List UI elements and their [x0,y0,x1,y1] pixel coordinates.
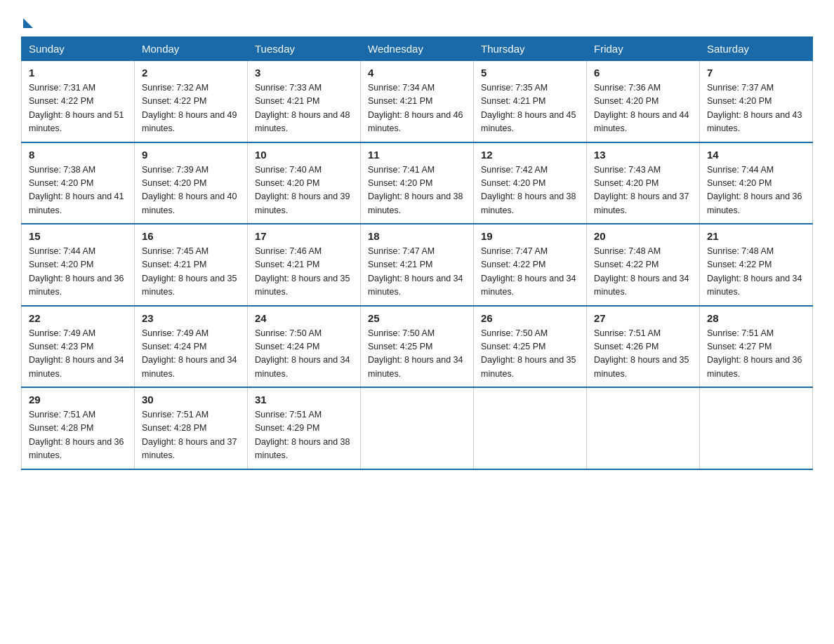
day-number: 13 [594,149,692,161]
calendar-cell: 1Sunrise: 7:31 AMSunset: 4:22 PMDaylight… [22,61,135,142]
day-info: Sunrise: 7:32 AMSunset: 4:22 PMDaylight:… [142,81,240,136]
calendar-cell: 16Sunrise: 7:45 AMSunset: 4:21 PMDayligh… [135,224,248,306]
calendar-cell: 10Sunrise: 7:40 AMSunset: 4:20 PMDayligh… [248,142,361,224]
day-number: 11 [368,149,466,161]
calendar-cell: 7Sunrise: 7:37 AMSunset: 4:20 PMDaylight… [700,61,813,142]
day-number: 6 [594,67,692,79]
day-number: 3 [255,67,353,79]
day-info: Sunrise: 7:43 AMSunset: 4:20 PMDaylight:… [594,163,692,218]
calendar-cell: 17Sunrise: 7:46 AMSunset: 4:21 PMDayligh… [248,224,361,306]
day-info: Sunrise: 7:47 AMSunset: 4:22 PMDaylight:… [481,245,579,300]
day-number: 28 [707,312,805,324]
day-number: 18 [368,230,466,242]
day-number: 31 [255,394,353,405]
day-number: 15 [29,230,127,242]
calendar-cell: 11Sunrise: 7:41 AMSunset: 4:20 PMDayligh… [361,142,474,224]
calendar-cell: 19Sunrise: 7:47 AMSunset: 4:22 PMDayligh… [474,224,587,306]
day-info: Sunrise: 7:51 AMSunset: 4:27 PMDaylight:… [707,327,805,382]
day-number: 17 [255,230,353,242]
day-number: 26 [481,312,579,324]
day-info: Sunrise: 7:44 AMSunset: 4:20 PMDaylight:… [707,163,805,218]
calendar-cell: 13Sunrise: 7:43 AMSunset: 4:20 PMDayligh… [587,142,700,224]
calendar-table: SundayMondayTuesdayWednesdayThursdayFrid… [21,36,813,470]
calendar-cell: 22Sunrise: 7:49 AMSunset: 4:23 PMDayligh… [22,306,135,388]
day-number: 9 [142,149,240,161]
calendar-cell: 25Sunrise: 7:50 AMSunset: 4:25 PMDayligh… [361,306,474,388]
day-info: Sunrise: 7:49 AMSunset: 4:24 PMDaylight:… [142,327,240,382]
day-info: Sunrise: 7:46 AMSunset: 4:21 PMDaylight:… [255,245,353,300]
calendar-cell: 6Sunrise: 7:36 AMSunset: 4:20 PMDaylight… [587,61,700,142]
calendar-cell: 31Sunrise: 7:51 AMSunset: 4:29 PMDayligh… [248,387,361,469]
column-header-tuesday: Tuesday [248,37,361,61]
column-header-monday: Monday [135,37,248,61]
day-number: 24 [255,312,353,324]
calendar-cell: 27Sunrise: 7:51 AMSunset: 4:26 PMDayligh… [587,306,700,388]
day-info: Sunrise: 7:33 AMSunset: 4:21 PMDaylight:… [255,81,353,136]
day-info: Sunrise: 7:44 AMSunset: 4:20 PMDaylight:… [29,245,127,300]
day-number: 8 [29,149,127,161]
calendar-cell: 12Sunrise: 7:42 AMSunset: 4:20 PMDayligh… [474,142,587,224]
day-info: Sunrise: 7:50 AMSunset: 4:25 PMDaylight:… [368,327,466,382]
calendar-week-row: 22Sunrise: 7:49 AMSunset: 4:23 PMDayligh… [22,306,813,388]
day-info: Sunrise: 7:51 AMSunset: 4:26 PMDaylight:… [594,327,692,382]
day-info: Sunrise: 7:34 AMSunset: 4:21 PMDaylight:… [368,81,466,136]
calendar-cell: 18Sunrise: 7:47 AMSunset: 4:21 PMDayligh… [361,224,474,306]
day-number: 20 [594,230,692,242]
calendar-cell [700,387,813,469]
calendar-cell: 8Sunrise: 7:38 AMSunset: 4:20 PMDaylight… [22,142,135,224]
calendar-cell: 26Sunrise: 7:50 AMSunset: 4:25 PMDayligh… [474,306,587,388]
calendar-cell: 30Sunrise: 7:51 AMSunset: 4:28 PMDayligh… [135,387,248,469]
calendar-cell: 15Sunrise: 7:44 AMSunset: 4:20 PMDayligh… [22,224,135,306]
day-number: 2 [142,67,240,79]
day-number: 4 [368,67,466,79]
day-info: Sunrise: 7:31 AMSunset: 4:22 PMDaylight:… [29,81,127,136]
calendar-week-row: 8Sunrise: 7:38 AMSunset: 4:20 PMDaylight… [22,142,813,224]
day-info: Sunrise: 7:48 AMSunset: 4:22 PMDaylight:… [707,245,805,300]
calendar-cell: 14Sunrise: 7:44 AMSunset: 4:20 PMDayligh… [700,142,813,224]
day-number: 5 [481,67,579,79]
day-number: 30 [142,394,240,405]
day-info: Sunrise: 7:49 AMSunset: 4:23 PMDaylight:… [29,327,127,382]
day-number: 21 [707,230,805,242]
calendar-cell [361,387,474,469]
column-header-sunday: Sunday [22,37,135,61]
day-info: Sunrise: 7:42 AMSunset: 4:20 PMDaylight:… [481,163,579,218]
column-header-thursday: Thursday [474,37,587,61]
day-info: Sunrise: 7:45 AMSunset: 4:21 PMDaylight:… [142,245,240,300]
day-info: Sunrise: 7:39 AMSunset: 4:20 PMDaylight:… [142,163,240,218]
day-info: Sunrise: 7:35 AMSunset: 4:21 PMDaylight:… [481,81,579,136]
day-number: 23 [142,312,240,324]
calendar-cell: 4Sunrise: 7:34 AMSunset: 4:21 PMDaylight… [361,61,474,142]
calendar-cell: 21Sunrise: 7:48 AMSunset: 4:22 PMDayligh… [700,224,813,306]
day-number: 12 [481,149,579,161]
day-info: Sunrise: 7:38 AMSunset: 4:20 PMDaylight:… [29,163,127,218]
calendar-cell: 3Sunrise: 7:33 AMSunset: 4:21 PMDaylight… [248,61,361,142]
day-info: Sunrise: 7:36 AMSunset: 4:20 PMDaylight:… [594,81,692,136]
day-info: Sunrise: 7:51 AMSunset: 4:28 PMDaylight:… [142,408,240,463]
calendar-cell [474,387,587,469]
day-number: 7 [707,67,805,79]
calendar-header-row: SundayMondayTuesdayWednesdayThursdayFrid… [22,37,813,61]
day-number: 29 [29,394,127,405]
logo [21,14,33,25]
calendar-cell: 23Sunrise: 7:49 AMSunset: 4:24 PMDayligh… [135,306,248,388]
day-info: Sunrise: 7:37 AMSunset: 4:20 PMDaylight:… [707,81,805,136]
day-info: Sunrise: 7:50 AMSunset: 4:25 PMDaylight:… [481,327,579,382]
day-number: 16 [142,230,240,242]
calendar-week-row: 29Sunrise: 7:51 AMSunset: 4:28 PMDayligh… [22,387,813,469]
calendar-week-row: 15Sunrise: 7:44 AMSunset: 4:20 PMDayligh… [22,224,813,306]
calendar-cell: 20Sunrise: 7:48 AMSunset: 4:22 PMDayligh… [587,224,700,306]
day-info: Sunrise: 7:48 AMSunset: 4:22 PMDaylight:… [594,245,692,300]
calendar-cell: 24Sunrise: 7:50 AMSunset: 4:24 PMDayligh… [248,306,361,388]
calendar-cell: 5Sunrise: 7:35 AMSunset: 4:21 PMDaylight… [474,61,587,142]
calendar-cell: 28Sunrise: 7:51 AMSunset: 4:27 PMDayligh… [700,306,813,388]
calendar-week-row: 1Sunrise: 7:31 AMSunset: 4:22 PMDaylight… [22,61,813,142]
page-header [21,14,813,25]
day-info: Sunrise: 7:41 AMSunset: 4:20 PMDaylight:… [368,163,466,218]
day-info: Sunrise: 7:50 AMSunset: 4:24 PMDaylight:… [255,327,353,382]
day-number: 25 [368,312,466,324]
day-number: 10 [255,149,353,161]
calendar-cell: 2Sunrise: 7:32 AMSunset: 4:22 PMDaylight… [135,61,248,142]
column-header-friday: Friday [587,37,700,61]
day-info: Sunrise: 7:47 AMSunset: 4:21 PMDaylight:… [368,245,466,300]
